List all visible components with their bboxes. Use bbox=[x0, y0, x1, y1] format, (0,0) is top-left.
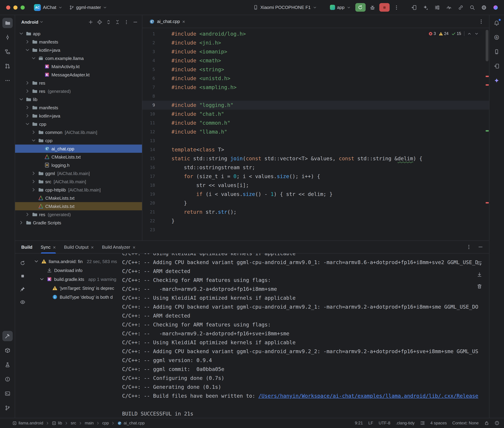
tool-button-gemini[interactable] bbox=[491, 75, 502, 86]
chevron-down-icon[interactable] bbox=[31, 56, 36, 61]
breadcrumb-llama-android[interactable]: llama.android bbox=[12, 421, 43, 425]
tree-item-lib[interactable]: lib bbox=[15, 95, 142, 103]
code-line-14[interactable]: 14template<class T> bbox=[142, 145, 489, 154]
close-tab-icon[interactable]: × bbox=[182, 19, 185, 24]
tree-item-ai-chat-cpp[interactable]: ai_chat.cpp bbox=[15, 145, 142, 153]
chevron-right-icon[interactable] bbox=[31, 130, 36, 135]
code-line-9[interactable]: 9#include "logging.h" bbox=[142, 101, 489, 110]
chevron-down-icon[interactable] bbox=[18, 31, 24, 36]
build-tab-sync[interactable]: Sync× bbox=[41, 241, 56, 254]
chevron-down-icon[interactable] bbox=[25, 47, 30, 53]
scrollbar-thumb[interactable] bbox=[486, 30, 488, 61]
chevron-right-icon[interactable] bbox=[25, 39, 30, 45]
tree-item-cpp[interactable]: cpp bbox=[15, 120, 142, 128]
clang-tidy-widget[interactable]: .clang-tidy bbox=[396, 421, 414, 425]
tool-button-unfold[interactable] bbox=[104, 18, 112, 26]
chevron-down-icon[interactable] bbox=[39, 20, 43, 24]
project-view-selector[interactable]: Android bbox=[21, 19, 38, 25]
tool-button-mirror-device[interactable] bbox=[409, 3, 418, 12]
code-line-17[interactable]: 17 for (size_t i = 0; i < values.size();… bbox=[142, 172, 489, 181]
tool-button-plus[interactable] bbox=[86, 18, 95, 26]
tool-button-build-variants[interactable] bbox=[2, 360, 13, 370]
encoding-widget[interactable]: UTF-8 bbox=[379, 421, 390, 425]
tree-item-manifests[interactable]: manifests bbox=[15, 103, 142, 112]
tool-button-settings[interactable] bbox=[479, 3, 488, 12]
tool-button-insights[interactable] bbox=[456, 3, 465, 12]
caret-position-widget[interactable]: 9:21 bbox=[355, 421, 363, 425]
breadcrumb-cpp[interactable]: cpp bbox=[102, 421, 109, 425]
tree-item-gradle-scripts[interactable]: Gradle Scripts bbox=[15, 219, 142, 227]
breadcrumb-main[interactable]: main bbox=[85, 421, 94, 425]
code-line-23[interactable]: 23 bbox=[142, 225, 489, 234]
code-line-18[interactable]: 18 str << values[i]; bbox=[142, 181, 489, 190]
code-line-2[interactable]: 2#include <jni.h> bbox=[142, 38, 489, 47]
chevron-down-icon[interactable] bbox=[18, 97, 24, 102]
tree-item-cmakelists-txt[interactable]: CMakeLists.txt bbox=[15, 194, 142, 202]
tree-item-kotlin-java[interactable]: kotlin+java bbox=[15, 112, 142, 120]
tool-button-device-manager[interactable] bbox=[491, 47, 502, 57]
tool-button-pull-requests[interactable] bbox=[2, 61, 13, 71]
context-widget[interactable]: Context: None bbox=[452, 421, 479, 425]
chevron-right-icon[interactable] bbox=[25, 105, 30, 110]
code-line-11[interactable]: 11#include "common.h" bbox=[142, 118, 489, 127]
tree-item-cmakelists-txt[interactable]: CMakeLists.txt bbox=[15, 153, 142, 161]
chevron-right-icon[interactable] bbox=[31, 179, 36, 184]
next-problem-chevron-down-icon[interactable] bbox=[474, 31, 479, 36]
code-editor[interactable]: 1#include <android/log.h>2#include <jni.… bbox=[142, 28, 489, 240]
close-window-button[interactable] bbox=[6, 5, 10, 9]
tool-button-gradle[interactable] bbox=[491, 32, 502, 42]
chevron-right-icon[interactable] bbox=[25, 88, 30, 94]
build-tree-item-build-gradle-kts[interactable]: build.gradle.ktsapp 1 warning bbox=[32, 275, 122, 284]
tree-item-cpp[interactable]: cpp bbox=[15, 136, 142, 145]
code-line-6[interactable]: 6#include <unistd.h> bbox=[142, 74, 489, 83]
editor-scrollbar[interactable] bbox=[485, 28, 489, 240]
code-line-7[interactable]: 7#include <sampling.h> bbox=[142, 83, 489, 92]
vcs-branch-widget[interactable]: ggml-master bbox=[67, 4, 110, 11]
tool-button-ai-actions[interactable] bbox=[421, 3, 430, 12]
tool-button-fold[interactable] bbox=[113, 18, 121, 26]
build-tree-item-buildtype-debug-is-both-d[interactable]: BuildType 'debug' is both d bbox=[32, 293, 122, 301]
indent-options-icon[interactable] bbox=[420, 421, 425, 425]
build-console[interactable]: C/C++: -- Using KleidiAI optimized kerne… bbox=[122, 254, 489, 418]
stop-button[interactable] bbox=[379, 3, 389, 12]
inspections-widget[interactable]: 3 24 15 bbox=[426, 30, 481, 37]
tool-button-notifications[interactable] bbox=[491, 18, 502, 28]
tree-item-messageadapter-kt[interactable]: MessageAdapter.kt bbox=[15, 71, 142, 79]
build-tree-item-download-info[interactable]: Download info bbox=[32, 266, 122, 275]
tree-item-kotlin-java[interactable]: kotlin+java bbox=[15, 46, 142, 54]
tool-button-trash[interactable] bbox=[475, 282, 483, 290]
device-selector[interactable]: Xiaomi POCOPHONE F1 bbox=[251, 4, 319, 11]
tree-item-cpp-httplib[interactable]: cpp-httplib[AiChat.lib.main] bbox=[15, 186, 142, 194]
chevron-right-icon[interactable] bbox=[31, 171, 36, 176]
more-actions-button[interactable] bbox=[392, 3, 401, 12]
tool-button-scrollend[interactable] bbox=[475, 271, 483, 279]
tree-item-common[interactable]: common[AiChat.lib.main] bbox=[15, 128, 142, 136]
project-widget[interactable]: AC AiChat bbox=[32, 3, 65, 12]
zoom-window-button[interactable] bbox=[21, 5, 25, 9]
tree-item-com-example-llama[interactable]: com.example.llama bbox=[15, 54, 142, 62]
tree-item-cmakelists-txt[interactable]: CMakeLists.txt bbox=[15, 202, 142, 210]
debug-button[interactable] bbox=[367, 3, 377, 12]
inspections-status-icon[interactable] bbox=[494, 421, 499, 425]
build-tab-build-analyzer[interactable]: Build Analyzer× bbox=[102, 241, 136, 254]
close-tab-icon[interactable]: × bbox=[133, 245, 135, 249]
chevron-right-icon[interactable] bbox=[31, 187, 36, 192]
chevron-right-icon[interactable] bbox=[25, 80, 30, 86]
hide-build-panel-button[interactable] bbox=[476, 243, 485, 251]
tool-button-stop-square[interactable] bbox=[18, 271, 27, 281]
tool-button-running-devices[interactable] bbox=[491, 61, 502, 71]
tool-button-display-options[interactable] bbox=[433, 3, 442, 12]
prev-problem-chevron-up-icon[interactable] bbox=[467, 31, 471, 36]
tool-button-search[interactable] bbox=[468, 3, 477, 12]
tool-button-wrap[interactable] bbox=[475, 259, 483, 267]
tool-button-eye[interactable] bbox=[18, 297, 27, 307]
build-tree-item-llama-android-fin[interactable]: llama.android: fin22 sec, 583 ms bbox=[32, 257, 122, 266]
tool-button-packages[interactable] bbox=[2, 345, 13, 355]
code-line-22[interactable]: 22} bbox=[142, 216, 489, 225]
code-line-15[interactable]: 15static std::string join(const std::vec… bbox=[142, 154, 489, 163]
build-options-button[interactable] bbox=[464, 243, 473, 251]
tool-button-commit[interactable] bbox=[2, 32, 13, 42]
tool-button-whats-new[interactable] bbox=[491, 3, 500, 12]
code-line-16[interactable]: 16 std::ostringstream str; bbox=[142, 163, 489, 172]
minimize-window-button[interactable] bbox=[13, 5, 17, 9]
